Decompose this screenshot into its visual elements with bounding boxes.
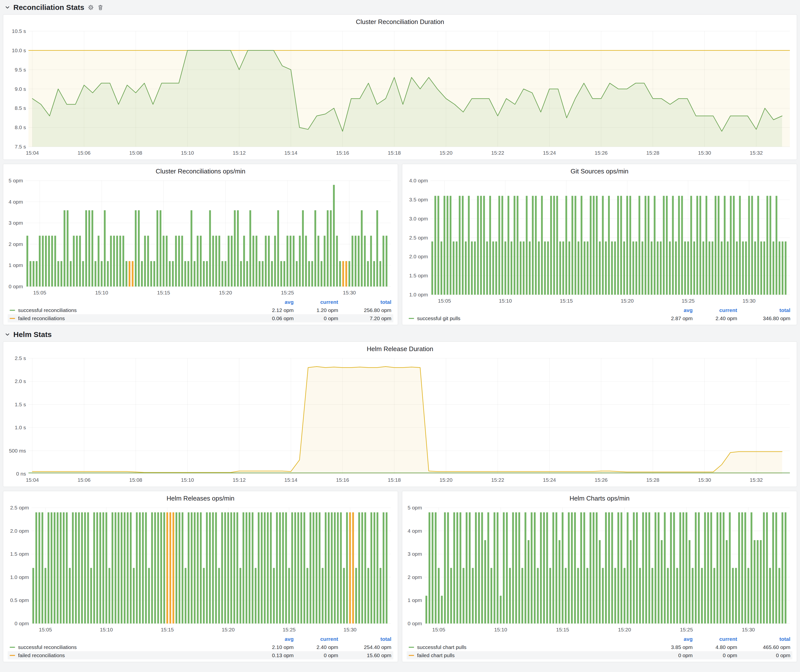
legend-sort-avg[interactable]: avg <box>648 636 693 642</box>
legend-sort-total[interactable]: total <box>338 299 391 305</box>
legend-series-toggle[interactable]: successful reconciliations <box>10 644 249 650</box>
panel-title[interactable]: Git Sources ops/min <box>406 166 793 177</box>
legend-sort-avg[interactable]: avg <box>249 636 294 642</box>
legend-series-toggle[interactable]: failed reconciliations <box>10 315 249 322</box>
legend-value-current: 1.20 opm <box>294 307 338 313</box>
svg-text:4 opm: 4 opm <box>9 199 23 205</box>
legend-sort-current[interactable]: current <box>294 636 338 642</box>
svg-text:15:12: 15:12 <box>233 150 246 156</box>
panel-title[interactable]: Helm Release Duration <box>7 344 793 355</box>
svg-text:1.0 s: 1.0 s <box>14 425 26 430</box>
svg-text:15:20: 15:20 <box>621 298 634 304</box>
svg-text:2 opm: 2 opm <box>9 241 23 247</box>
legend-value-avg: 2.10 opm <box>249 644 294 650</box>
series-color-swatch <box>10 318 15 319</box>
series-color-swatch <box>409 318 414 319</box>
legend-series-toggle[interactable]: successful reconciliations <box>10 307 249 313</box>
svg-text:3 opm: 3 opm <box>9 220 23 226</box>
legend-sort-total[interactable]: total <box>737 636 790 642</box>
chart-helm-releases-opm[interactable]: 0 opm0.5 opm1.0 opm1.5 opm2.0 opm2.5 opm… <box>7 504 394 634</box>
svg-text:5 opm: 5 opm <box>408 505 422 510</box>
legend-sort-current[interactable]: current <box>693 636 737 642</box>
svg-text:1.5 s: 1.5 s <box>14 402 26 407</box>
svg-text:15:30: 15:30 <box>344 627 357 632</box>
svg-text:15:20: 15:20 <box>618 627 631 632</box>
legend-row: failed reconciliations0.06 opm0 opm7.20 … <box>8 314 393 322</box>
svg-text:0 opm: 0 opm <box>9 283 23 289</box>
svg-text:15:05: 15:05 <box>39 627 52 632</box>
legend-value-total: 465.60 opm <box>737 644 790 650</box>
legend-series-toggle[interactable]: successful git pulls <box>409 315 648 322</box>
legend-value-current: 0 opm <box>294 653 338 658</box>
svg-text:15:28: 15:28 <box>646 150 659 156</box>
svg-text:15:10: 15:10 <box>181 150 194 156</box>
svg-text:15:10: 15:10 <box>95 290 108 295</box>
chevron-down-icon[interactable] <box>5 5 10 10</box>
chart-git-sources-opm[interactable]: 1.0 opm1.5 opm2.0 opm2.5 opm3.0 opm3.5 o… <box>406 177 793 306</box>
chart-helm-charts-opm[interactable]: 0 opm1 opm2 opm3 opm4 opm5 opm15:0515:10… <box>406 504 793 634</box>
legend-value-total: 256.80 opm <box>338 307 391 313</box>
svg-text:15:24: 15:24 <box>543 150 556 156</box>
chevron-down-icon[interactable] <box>5 331 10 338</box>
section-title: Helm Stats <box>13 330 52 339</box>
svg-text:0 opm: 0 opm <box>408 621 422 626</box>
svg-text:15:30: 15:30 <box>742 627 755 632</box>
svg-text:1.5 opm: 1.5 opm <box>409 273 428 278</box>
legend-row: successful chart pulls3.85 opm4.80 opm46… <box>407 643 792 651</box>
svg-text:15:04: 15:04 <box>26 477 39 483</box>
trash-icon[interactable] <box>97 4 104 11</box>
svg-text:15:15: 15:15 <box>560 298 573 304</box>
gear-icon[interactable] <box>87 4 94 11</box>
legend-sort-total[interactable]: total <box>737 307 790 313</box>
panel-cluster-reconciliation-duration: Cluster Reconciliation Duration 7.5 s8.0… <box>3 14 797 160</box>
svg-text:15:32: 15:32 <box>750 150 763 156</box>
svg-text:0.5 opm: 0.5 opm <box>10 597 29 603</box>
legend-sort-avg[interactable]: avg <box>249 299 294 305</box>
legend-sort-avg[interactable]: avg <box>648 307 693 313</box>
panel-title[interactable]: Helm Releases ops/min <box>7 494 394 504</box>
legend-value-avg: 2.12 opm <box>249 307 294 313</box>
legend-row: failed reconciliations0.13 opm0 opm15.60… <box>8 651 393 659</box>
svg-text:3.5 opm: 3.5 opm <box>409 197 428 202</box>
legend-sort-total[interactable]: total <box>338 636 391 642</box>
panel-cluster-reconciliations-opm: Cluster Reconciliations ops/min 0 opm1 o… <box>3 164 398 325</box>
svg-text:15:30: 15:30 <box>742 298 756 304</box>
svg-text:15:10: 15:10 <box>181 477 194 483</box>
legend-value-current: 0 opm <box>294 315 338 322</box>
chart-cluster-reconciliation-duration[interactable]: 7.5 s8.0 s8.5 s9.0 s9.5 s10.0 s10.5 s15:… <box>7 28 793 158</box>
legend-series-toggle[interactable]: failed chart pulls <box>409 653 648 658</box>
svg-text:15:32: 15:32 <box>750 477 763 483</box>
svg-text:8.0 s: 8.0 s <box>14 125 26 130</box>
svg-text:10.5 s: 10.5 s <box>12 28 26 34</box>
legend-sort-current[interactable]: current <box>294 299 338 305</box>
svg-text:15:10: 15:10 <box>100 627 113 632</box>
panel-title[interactable]: Helm Charts ops/min <box>406 494 793 504</box>
legend-value-total: 346.80 opm <box>737 315 790 322</box>
series-label: successful reconciliations <box>18 644 77 650</box>
svg-text:2.5 s: 2.5 s <box>14 355 26 361</box>
svg-text:15:10: 15:10 <box>499 298 512 304</box>
svg-text:15:12: 15:12 <box>233 477 246 483</box>
series-label: failed chart pulls <box>417 653 455 658</box>
legend-row: successful reconciliations2.12 opm1.20 o… <box>8 306 393 314</box>
row-header-reconciliation-stats[interactable]: Reconciliation Stats <box>3 2 797 13</box>
series-color-swatch <box>10 655 15 656</box>
svg-text:15:30: 15:30 <box>698 477 711 483</box>
legend-series-toggle[interactable]: failed reconciliations <box>10 653 249 658</box>
series-color-swatch <box>409 647 414 648</box>
chart-helm-release-duration[interactable]: 0 ns500 ms1.0 s1.5 s2.0 s2.5 s15:0415:06… <box>7 355 793 485</box>
row-header-helm-stats[interactable]: Helm Stats <box>3 329 797 341</box>
legend-value-total: 254.40 opm <box>338 644 391 650</box>
legend-series-toggle[interactable]: successful chart pulls <box>409 644 648 650</box>
svg-text:15:04: 15:04 <box>26 150 39 156</box>
legend-row: successful reconciliations2.10 opm2.40 o… <box>8 643 393 651</box>
svg-text:15:18: 15:18 <box>388 477 401 483</box>
panel-title[interactable]: Cluster Reconciliations ops/min <box>7 166 394 177</box>
legend-value-current: 4.80 opm <box>693 644 737 650</box>
panel-title[interactable]: Cluster Reconciliation Duration <box>7 17 793 28</box>
svg-text:15:06: 15:06 <box>77 150 91 156</box>
legend-sort-current[interactable]: current <box>693 307 737 313</box>
svg-text:15:20: 15:20 <box>440 477 453 483</box>
chart-cluster-reconciliations-opm[interactable]: 0 opm1 opm2 opm3 opm4 opm5 opm15:0515:10… <box>7 177 394 298</box>
svg-text:15:25: 15:25 <box>283 627 296 632</box>
